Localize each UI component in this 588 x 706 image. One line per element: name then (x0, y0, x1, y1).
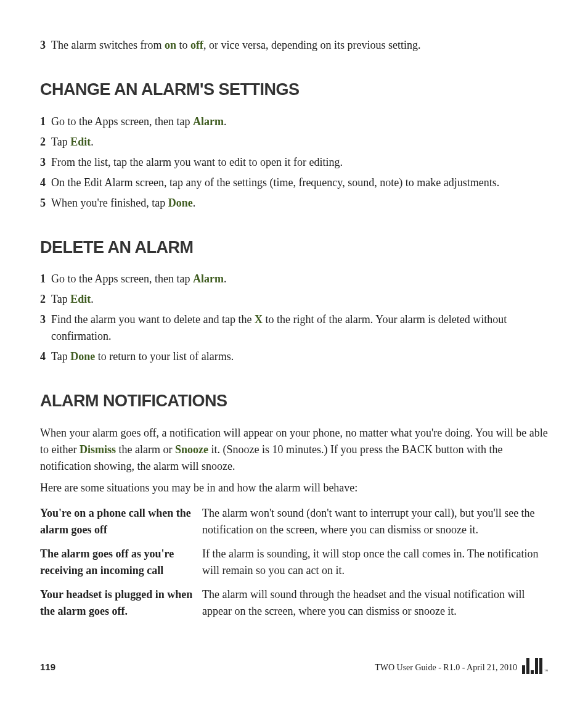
bold-term: Alarm (193, 115, 224, 128)
list-item: 3Find the alarm you want to delete and t… (40, 311, 548, 345)
delete-alarm-steps: 1Go to the Apps screen, then tap Alarm.2… (40, 271, 548, 365)
step-text: Go to the Apps screen, then tap (51, 115, 193, 128)
situation-desc: If the alarm is sounding, it will stop o… (202, 542, 548, 583)
page-number: 119 (40, 660, 55, 675)
page-footer: 119 TWO User Guide - R1.0 - April 21, 20… (40, 658, 548, 674)
step-text: to (176, 39, 190, 51)
bold-term: Alarm (193, 273, 224, 285)
step-text: to return to your list of alarms. (95, 350, 234, 363)
bold-term: Edit (70, 293, 91, 305)
step-text: On the Edit Alarm screen, tap any of the… (51, 176, 499, 189)
list-item: 3 The alarm switches from on to off, or … (40, 37, 548, 54)
notifications-para2: Here are some situations you may be in a… (40, 480, 548, 496)
step-number: 3 (40, 311, 46, 328)
bold-term: Dismiss (80, 443, 116, 456)
step-text: , or vice versa, depending on its previo… (203, 39, 420, 51)
bold-term: Done (168, 197, 193, 209)
situations-table: You're on a phone call when the alarm go… (40, 501, 548, 623)
bold-term: Done (70, 350, 95, 363)
list-item: 1Go to the Apps screen, then tap Alarm. (40, 271, 548, 287)
bold-term: X (255, 313, 263, 326)
step-text: When you're finished, tap (51, 197, 168, 209)
step-text: From the list, tap the alarm you want to… (51, 156, 343, 168)
situation-label: Your headset is plugged in when the alar… (40, 583, 202, 623)
situation-label: You're on a phone call when the alarm go… (40, 501, 202, 542)
step-number: 5 (40, 195, 46, 211)
list-item: 2Tap Edit. (40, 291, 548, 308)
list-item: 2Tap Edit. (40, 134, 548, 150)
change-settings-steps: 1Go to the Apps screen, then tap Alarm.2… (40, 113, 548, 211)
step-text: Tap (51, 293, 70, 305)
table-row: The alarm goes off as you're receiving a… (40, 542, 548, 583)
step-text: . (224, 115, 227, 128)
list-item: 4Tap Done to return to your list of alar… (40, 348, 548, 365)
step-number: 2 (40, 134, 46, 150)
section-heading-change: CHANGE AN ALARM'S SETTINGS (40, 77, 548, 102)
step-number: 2 (40, 291, 46, 308)
bold-term: off (190, 39, 203, 51)
step-text: The alarm switches from (51, 39, 165, 51)
step-number: 1 (40, 271, 46, 287)
step-number: 1 (40, 113, 46, 130)
step-text: Tap (51, 350, 70, 363)
step-number: 3 (40, 154, 46, 171)
situation-label: The alarm goes off as you're receiving a… (40, 542, 202, 583)
para-text: the alarm or (116, 443, 175, 456)
table-row: Your headset is plugged in when the alar… (40, 583, 548, 623)
step-text: . (193, 197, 196, 209)
step-text: Go to the Apps screen, then tap (51, 273, 193, 285)
step-text: . (91, 293, 94, 305)
list-item: 1Go to the Apps screen, then tap Alarm. (40, 113, 548, 130)
bold-term: on (165, 39, 176, 51)
list-item: 5When you're finished, tap Done. (40, 195, 548, 211)
step-number: 4 (40, 348, 46, 365)
guide-info: TWO User Guide - R1.0 - April 21, 2010 ™ (375, 658, 548, 674)
kin-logo-icon: ™ (522, 658, 548, 674)
step-text: . (91, 136, 94, 148)
bold-term: Edit (70, 136, 91, 148)
section-heading-delete: DELETE AN ALARM (40, 235, 548, 260)
notifications-para1: When your alarm goes off, a notification… (40, 425, 548, 475)
bold-term: Snooze (175, 443, 208, 456)
situation-desc: The alarm will sound through the headset… (202, 583, 548, 623)
section-heading-notifications: ALARM NOTIFICATIONS (40, 388, 548, 414)
table-row: You're on a phone call when the alarm go… (40, 501, 548, 542)
step-text: . (224, 273, 227, 285)
situation-desc: The alarm won't sound (don't want to int… (202, 501, 548, 542)
list-item: 3From the list, tap the alarm you want t… (40, 154, 548, 171)
step-number: 3 (40, 37, 46, 54)
step-number: 4 (40, 174, 46, 191)
step-text: Tap (51, 136, 70, 148)
intro-list: 3 The alarm switches from on to off, or … (40, 37, 548, 54)
list-item: 4On the Edit Alarm screen, tap any of th… (40, 174, 548, 191)
step-text: Find the alarm you want to delete and ta… (51, 313, 255, 326)
guide-text: TWO User Guide - R1.0 - April 21, 2010 (375, 661, 517, 674)
